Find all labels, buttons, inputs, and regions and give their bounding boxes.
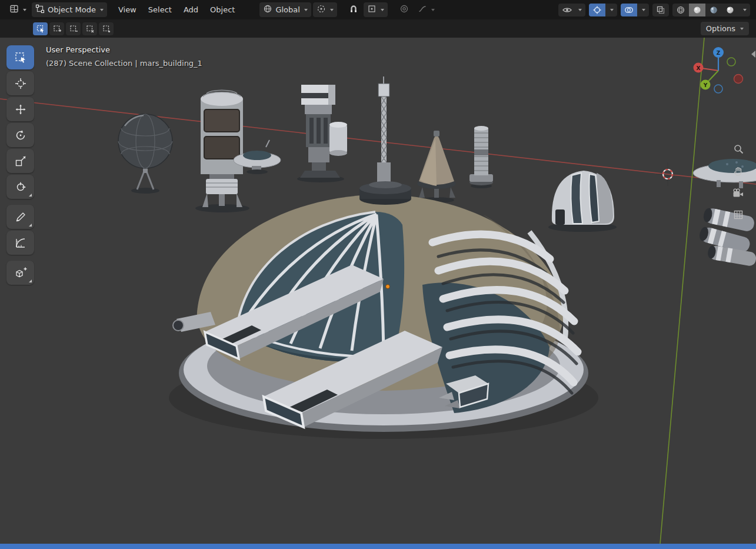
show-gizmos-toggle[interactable] — [589, 4, 617, 16]
tool-transform[interactable] — [6, 175, 34, 199]
mode-dropdown[interactable]: Object Mode — [32, 2, 107, 17]
tool-transform-icon — [14, 181, 27, 194]
mode-label: Object Mode — [48, 5, 96, 14]
tool-rotate-icon — [14, 129, 27, 142]
menu-add[interactable]: Add — [178, 2, 204, 17]
sidebar-collapse-arrow[interactable] — [751, 51, 755, 58]
chevron-down-icon — [740, 28, 744, 30]
tool-move[interactable] — [6, 97, 34, 121]
shading-mode-group — [672, 4, 750, 16]
xray-icon — [652, 4, 669, 16]
nav-icon-column — [732, 144, 744, 220]
chevron-down-icon — [576, 4, 585, 16]
object-pod-building[interactable] — [548, 171, 617, 232]
toolbar — [6, 45, 34, 285]
menu-select[interactable]: Select — [142, 2, 178, 17]
orientation-dropdown[interactable]: Global — [259, 2, 311, 17]
shading-material-button[interactable] — [705, 4, 722, 16]
pan-hand-icon[interactable] — [733, 166, 744, 177]
falloff-curve-icon — [418, 4, 427, 15]
shading-solid-icon — [692, 5, 702, 15]
tool-measure[interactable] — [6, 231, 34, 255]
gizmo-x-label: X — [697, 65, 701, 71]
tool-cursor-icon — [14, 77, 27, 90]
show-overlays-toggle[interactable] — [621, 4, 649, 16]
zoom-icon[interactable] — [733, 144, 744, 154]
gizmo-neg-x — [734, 75, 743, 84]
tool-add-cube[interactable] — [6, 261, 34, 285]
viewport-header: Object Mode View Select Add Object Globa… — [0, 0, 756, 19]
chevron-down-icon — [100, 9, 104, 11]
shading-material-icon — [709, 5, 718, 15]
eye-icon — [558, 4, 576, 16]
chevron-down-icon — [381, 9, 384, 11]
chevron-down-icon — [431, 9, 435, 11]
select-mode-subtract[interactable] — [66, 22, 81, 35]
chevron-down-icon — [23, 9, 26, 11]
view-label: User Perspective — [46, 45, 110, 54]
shading-dropdown[interactable] — [738, 4, 750, 16]
tool-scale[interactable] — [6, 149, 34, 173]
chevron-down-icon — [637, 4, 649, 16]
axis-gizmo[interactable]: Z X Y — [690, 42, 747, 101]
object-geodesic-sphere[interactable] — [118, 114, 172, 194]
chevron-down-icon — [330, 9, 334, 11]
tool-cursor[interactable] — [6, 71, 34, 95]
shading-rendered-button[interactable] — [722, 4, 738, 16]
tool-annotate[interactable] — [6, 205, 34, 229]
object-cone-habitat[interactable] — [417, 131, 456, 203]
xray-toggle[interactable] — [652, 4, 669, 16]
gizmo-y-label: Y — [703, 82, 708, 88]
tool-scale-icon — [14, 155, 27, 168]
tool-select-box[interactable] — [6, 45, 34, 69]
select-mode-invert[interactable] — [82, 22, 97, 35]
tool-measure-icon — [14, 237, 27, 249]
status-bar — [0, 544, 756, 549]
select-mode-extend[interactable] — [49, 22, 64, 35]
tool-rotate[interactable] — [6, 123, 34, 147]
proportional-editing-toggle[interactable] — [396, 2, 412, 17]
breadcrumb: (287) Scene Collection | mars_building_1 — [46, 59, 202, 68]
shading-wireframe-icon — [676, 5, 685, 15]
ortho-grid-icon[interactable] — [733, 209, 744, 220]
chevron-down-icon — [605, 4, 617, 16]
shading-solid-button[interactable] — [689, 4, 705, 16]
gizmo-neg-z — [714, 85, 722, 93]
magnet-icon — [349, 4, 358, 15]
shading-wireframe-button[interactable] — [672, 4, 689, 16]
editor-type-icon — [9, 4, 19, 15]
orientation-label: Global — [275, 5, 299, 14]
snap-toggle[interactable] — [345, 2, 362, 17]
pivot-point-dropdown[interactable] — [313, 2, 337, 17]
options-dropdown[interactable]: Options — [701, 22, 749, 35]
proportional-editing-icon — [399, 4, 409, 15]
viewport-3d: User Perspective (287) Scene Collection … — [0, 38, 756, 544]
snap-settings-dropdown[interactable] — [364, 2, 388, 17]
visibility-dropdown[interactable] — [558, 4, 585, 16]
object-tower-silo[interactable] — [195, 90, 249, 212]
select-mode-intersect[interactable] — [99, 22, 114, 35]
select-mode-set[interactable] — [33, 22, 48, 35]
menu-view[interactable]: View — [112, 2, 142, 17]
tool-annotate-icon — [14, 211, 27, 224]
tool-settings-bar: Options — [0, 19, 756, 38]
gizmo-z-label: Z — [717, 50, 721, 56]
menu-object[interactable]: Object — [204, 2, 241, 17]
object-ribbed-column[interactable] — [469, 126, 493, 188]
scene-3d[interactable] — [0, 38, 756, 544]
object-saucer-ship[interactable] — [693, 159, 756, 188]
menu-bar: View Select Add Object — [112, 2, 241, 17]
shading-rendered-icon — [725, 5, 735, 15]
object-mode-icon — [35, 4, 45, 15]
transform-orientation-icon — [263, 4, 272, 15]
object-engine-cluster[interactable] — [698, 207, 756, 267]
show-gizmos-icon — [589, 4, 605, 16]
snap-target-icon — [367, 4, 377, 15]
falloff-dropdown[interactable] — [414, 2, 438, 17]
camera-icon[interactable] — [732, 188, 744, 198]
tool-add-cube-icon — [14, 267, 28, 280]
editor-type-button[interactable] — [6, 2, 30, 17]
options-label: Options — [706, 24, 735, 33]
chevron-down-icon — [304, 9, 308, 11]
gizmo-neg-y — [727, 58, 735, 66]
